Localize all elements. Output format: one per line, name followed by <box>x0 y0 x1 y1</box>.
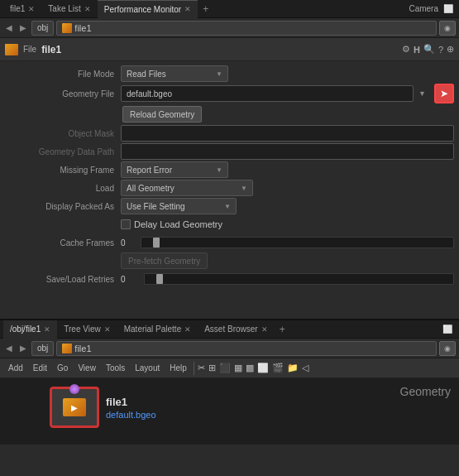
plus-circle-icon[interactable]: ⊕ <box>447 44 454 55</box>
camera-label: Camera <box>406 3 441 14</box>
gear-icon[interactable]: ⚙ <box>402 44 410 55</box>
tab-tree-view[interactable]: Tree View ✕ <box>57 320 117 339</box>
tab-take-list[interactable]: Take List ✕ <box>41 0 97 18</box>
nav-file1-button[interactable]: file1 <box>56 21 437 36</box>
tab-file1[interactable]: file1 ✕ <box>3 0 41 18</box>
bottom-tab1-close[interactable]: ✕ <box>104 325 111 334</box>
node-file-label: default.bgeo <box>106 410 156 420</box>
search-icon[interactable]: 🔍 <box>423 44 435 55</box>
bottom-nav-obj-button[interactable]: obj <box>31 341 54 356</box>
header-file-label: File <box>23 45 36 54</box>
toolbar-more-icon[interactable]: ◁ <box>302 363 308 373</box>
geometry-file-dropdown-arrow[interactable]: ▼ <box>417 89 428 98</box>
file-mode-dropdown-arrow: ▼ <box>216 70 222 78</box>
load-dropdown[interactable]: All Geometry ▼ <box>121 180 253 196</box>
jump-to-node-button[interactable]: ➤ <box>434 84 454 103</box>
bottom-tab3-close[interactable]: ✕ <box>261 325 268 334</box>
bottom-nav-back[interactable]: ◀ <box>3 343 15 353</box>
toolbar-tools[interactable]: Tools <box>103 363 128 373</box>
display-packed-as-dropdown[interactable]: Use File Setting ▼ <box>121 198 237 214</box>
toolbar-view4-icon[interactable]: ▩ <box>246 363 254 373</box>
header-bar: File file1 ⚙ H 🔍 ? ⊕ <box>0 38 459 61</box>
load-dropdown-arrow: ▼ <box>241 185 247 192</box>
toolbar-view2-icon[interactable]: ⬛ <box>219 363 231 373</box>
toolbar-view[interactable]: View <box>74 363 99 373</box>
help-h-icon[interactable]: H <box>414 45 420 55</box>
save-load-retries-control: 0 <box>121 273 454 285</box>
add-tab-button[interactable]: + <box>198 3 213 15</box>
bottom-nav-file1-button[interactable]: file1 <box>56 341 437 356</box>
nav-forward-button[interactable]: ▶ <box>17 22 29 33</box>
node-icon-container[interactable]: ▶ <box>50 387 99 428</box>
bottom-tabs-layout-icon[interactable]: ⬜ <box>439 325 456 334</box>
geometry-data-path-row: Geometry Data Path <box>0 142 459 161</box>
toolbar-edit[interactable]: Edit <box>30 363 50 373</box>
nav-back-button[interactable]: ◀ <box>3 22 15 33</box>
bottom-nav-forward[interactable]: ▶ <box>17 343 29 353</box>
save-load-retries-label: Save/Load Retries <box>5 275 121 284</box>
tab-performance-monitor[interactable]: Performance Monitor ✕ <box>98 0 198 18</box>
nav-pin-button[interactable]: ◉ <box>439 21 456 36</box>
file-mode-dropdown[interactable]: Read Files ▼ <box>121 65 228 82</box>
cache-frames-slider[interactable] <box>141 237 454 248</box>
node-play-icon: ▶ <box>71 403 78 412</box>
bottom-tab0-close[interactable]: ✕ <box>44 325 50 334</box>
tab-close-perf[interactable]: ✕ <box>184 5 191 13</box>
geometry-file-input[interactable]: default.bgeo <box>121 85 414 102</box>
toolbar-layout[interactable]: Layout <box>131 363 163 373</box>
load-label: Load <box>5 184 121 193</box>
bottom-nav-pin[interactable]: ◉ <box>439 341 456 356</box>
cache-frames-row: Cache Frames 0 <box>0 233 459 252</box>
node-info: file1 default.bgeo <box>106 396 156 420</box>
delay-load-row: Delay Load Geometry <box>0 215 459 233</box>
properties-panel: File Mode Read Files ▼ Geometry File def… <box>0 61 459 291</box>
geometry-data-path-label: Geometry Data Path <box>5 147 121 156</box>
file-node-icon <box>62 23 72 33</box>
file-mode-row: File Mode Read Files ▼ <box>0 65 459 83</box>
tab-close-file1[interactable]: ✕ <box>28 5 35 13</box>
bottom-tab2-close[interactable]: ✕ <box>184 325 191 334</box>
node-name-label: file1 <box>106 396 156 408</box>
tab-asset-browser[interactable]: Asset Browser ✕ <box>198 320 274 339</box>
missing-frame-row: Missing Frame Report Error ▼ <box>0 161 459 179</box>
reload-geometry-button[interactable]: Reload Geometry <box>122 106 202 123</box>
missing-frame-label: Missing Frame <box>5 166 121 175</box>
tab-material-palette[interactable]: Material Palette ✕ <box>117 320 198 339</box>
bottom-nav-bar: ◀ ▶ obj file1 ◉ <box>0 339 459 358</box>
toolbar-add[interactable]: Add <box>5 363 26 373</box>
top-tab-bar: file1 ✕ Take List ✕ Performance Monitor … <box>0 0 459 18</box>
tab-close-take-list[interactable]: ✕ <box>84 5 91 13</box>
geometry-data-path-input[interactable] <box>121 143 454 160</box>
nav-obj-button[interactable]: obj <box>31 21 54 36</box>
delay-load-control: Delay Load Geometry <box>121 219 454 229</box>
object-mask-row: Object Mask <box>0 124 459 142</box>
geometry-data-path-control <box>121 143 454 160</box>
toolbar-folder-icon[interactable]: 📁 <box>287 363 299 373</box>
toolbar-go[interactable]: Go <box>54 363 71 373</box>
save-load-retries-slider[interactable] <box>144 273 454 285</box>
prefetch-control: Pre-fetch Geometry <box>121 252 454 269</box>
add-bottom-tab-button[interactable]: + <box>275 324 290 335</box>
missing-frame-control: Report Error ▼ <box>121 161 454 178</box>
toolbar-grid-icon[interactable]: ⊞ <box>208 363 216 373</box>
object-mask-input[interactable] <box>121 125 454 142</box>
display-packed-as-label: Display Packed As <box>5 202 121 211</box>
toolbar-snap-icon[interactable]: ✂ <box>198 363 205 373</box>
toolbar-view3-icon[interactable]: ▦ <box>234 363 242 373</box>
object-mask-control <box>121 125 454 142</box>
delay-load-checkbox[interactable] <box>121 219 131 229</box>
geometry-label: Geometry <box>392 378 459 405</box>
toolbar-view5-icon[interactable]: ⬜ <box>257 363 269 373</box>
save-load-retries-row: Save/Load Retries 0 <box>0 270 459 288</box>
missing-frame-dropdown[interactable]: Report Error ▼ <box>121 161 228 178</box>
viewport-area: Geometry ▶ file1 default.bgeo <box>0 378 459 445</box>
geometry-file-row: Geometry File default.bgeo ▼ ➤ <box>0 83 459 104</box>
geometry-file-label: Geometry File <box>5 89 121 99</box>
layout-icon[interactable]: ⬜ <box>441 3 456 14</box>
toolbar-render-icon[interactable]: 🎬 <box>272 363 284 373</box>
geometry-file-control: default.bgeo ▼ ➤ <box>121 84 454 103</box>
tab-obj-file1[interactable]: /obj/file1 ✕ <box>3 320 57 339</box>
toolbar-help[interactable]: Help <box>166 363 190 373</box>
bottom-tab-bar: /obj/file1 ✕ Tree View ✕ Material Palett… <box>0 320 459 339</box>
question-icon[interactable]: ? <box>438 45 443 55</box>
